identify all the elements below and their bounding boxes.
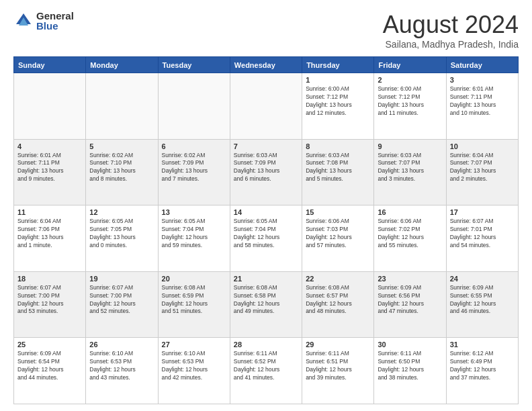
day-info: Sunrise: 6:02 AM Sunset: 7:10 PM Dayligh… <box>89 152 154 184</box>
table-row: 20Sunrise: 6:08 AM Sunset: 6:59 PM Dayli… <box>158 271 230 338</box>
table-row: 17Sunrise: 6:07 AM Sunset: 7:01 PM Dayli… <box>446 205 518 272</box>
day-number: 11 <box>17 208 82 216</box>
table-row: 22Sunrise: 6:08 AM Sunset: 6:57 PM Dayli… <box>302 271 374 338</box>
day-info: Sunrise: 6:03 AM Sunset: 7:08 PM Dayligh… <box>306 152 370 184</box>
table-row: 11Sunrise: 6:04 AM Sunset: 7:06 PM Dayli… <box>14 205 86 272</box>
table-row: 24Sunrise: 6:09 AM Sunset: 6:55 PM Dayli… <box>446 271 518 338</box>
calendar-week-row: 18Sunrise: 6:07 AM Sunset: 7:00 PM Dayli… <box>14 271 519 338</box>
header-monday: Monday <box>86 57 158 73</box>
calendar-table: Sunday Monday Tuesday Wednesday Thursday… <box>13 56 519 404</box>
table-row: 25Sunrise: 6:09 AM Sunset: 6:54 PM Dayli… <box>14 338 86 404</box>
header-thursday: Thursday <box>302 57 374 73</box>
weekday-header-row: Sunday Monday Tuesday Wednesday Thursday… <box>14 57 519 73</box>
table-row: 9Sunrise: 6:03 AM Sunset: 7:07 PM Daylig… <box>374 139 446 205</box>
day-info: Sunrise: 6:03 AM Sunset: 7:09 PM Dayligh… <box>234 152 298 184</box>
logo-general-label: General <box>36 11 74 21</box>
day-info: Sunrise: 6:09 AM Sunset: 6:55 PM Dayligh… <box>450 284 515 316</box>
day-number: 18 <box>17 275 82 283</box>
table-row: 16Sunrise: 6:06 AM Sunset: 7:02 PM Dayli… <box>374 205 446 272</box>
day-info: Sunrise: 6:10 AM Sunset: 6:53 PM Dayligh… <box>162 350 226 382</box>
day-info: Sunrise: 6:11 AM Sunset: 6:52 PM Dayligh… <box>234 350 298 382</box>
table-row: 30Sunrise: 6:11 AM Sunset: 6:50 PM Dayli… <box>374 338 446 404</box>
logo-text: General Blue <box>36 11 74 31</box>
day-number: 14 <box>234 208 298 216</box>
header-saturday: Saturday <box>446 57 518 73</box>
table-row: 28Sunrise: 6:11 AM Sunset: 6:52 PM Dayli… <box>230 338 302 404</box>
day-info: Sunrise: 6:07 AM Sunset: 7:00 PM Dayligh… <box>89 284 154 316</box>
table-row: 27Sunrise: 6:10 AM Sunset: 6:53 PM Dayli… <box>158 338 230 404</box>
logo-icon <box>13 11 34 31</box>
calendar-week-row: 4Sunrise: 6:01 AM Sunset: 7:11 PM Daylig… <box>14 139 519 205</box>
day-number: 8 <box>306 142 370 150</box>
day-info: Sunrise: 6:03 AM Sunset: 7:07 PM Dayligh… <box>378 152 442 184</box>
logo-blue-label: Blue <box>36 21 74 31</box>
table-row: 12Sunrise: 6:05 AM Sunset: 7:05 PM Dayli… <box>86 205 158 272</box>
table-row: 18Sunrise: 6:07 AM Sunset: 7:00 PM Dayli… <box>14 271 86 338</box>
day-info: Sunrise: 6:01 AM Sunset: 7:11 PM Dayligh… <box>450 85 515 118</box>
header-sunday: Sunday <box>14 57 86 73</box>
header-wednesday: Wednesday <box>230 57 302 73</box>
table-row: 10Sunrise: 6:04 AM Sunset: 7:07 PM Dayli… <box>446 139 518 205</box>
day-number: 26 <box>89 340 154 349</box>
table-row: 23Sunrise: 6:09 AM Sunset: 6:56 PM Dayli… <box>374 271 446 338</box>
table-row: 1Sunrise: 6:00 AM Sunset: 7:12 PM Daylig… <box>302 73 374 140</box>
day-info: Sunrise: 6:05 AM Sunset: 7:04 PM Dayligh… <box>234 218 298 250</box>
title-block: August 2024 Sailana, Madhya Pradesh, Ind… <box>383 11 519 50</box>
day-number: 19 <box>89 275 154 283</box>
day-number: 30 <box>378 340 442 349</box>
day-number: 25 <box>17 340 82 349</box>
day-info: Sunrise: 6:11 AM Sunset: 6:51 PM Dayligh… <box>306 350 370 382</box>
day-number: 31 <box>450 340 515 349</box>
day-number: 27 <box>162 340 226 349</box>
logo: General Blue <box>13 11 74 31</box>
table-row: 13Sunrise: 6:05 AM Sunset: 7:04 PM Dayli… <box>158 205 230 272</box>
day-info: Sunrise: 6:08 AM Sunset: 6:58 PM Dayligh… <box>234 284 298 316</box>
table-row <box>230 73 302 140</box>
day-info: Sunrise: 6:10 AM Sunset: 6:53 PM Dayligh… <box>89 350 154 382</box>
day-number: 1 <box>306 76 370 84</box>
day-number: 10 <box>450 142 515 150</box>
day-info: Sunrise: 6:11 AM Sunset: 6:50 PM Dayligh… <box>378 350 442 382</box>
day-info: Sunrise: 6:02 AM Sunset: 7:09 PM Dayligh… <box>162 152 226 184</box>
header-friday: Friday <box>374 57 446 73</box>
table-row: 2Sunrise: 6:00 AM Sunset: 7:12 PM Daylig… <box>374 73 446 140</box>
table-row: 26Sunrise: 6:10 AM Sunset: 6:53 PM Dayli… <box>86 338 158 404</box>
day-number: 2 <box>378 76 442 84</box>
table-row: 31Sunrise: 6:12 AM Sunset: 6:49 PM Dayli… <box>446 338 518 404</box>
day-number: 17 <box>450 208 515 216</box>
table-row: 4Sunrise: 6:01 AM Sunset: 7:11 PM Daylig… <box>14 139 86 205</box>
table-row <box>158 73 230 140</box>
day-number: 4 <box>17 142 82 150</box>
table-row: 19Sunrise: 6:07 AM Sunset: 7:00 PM Dayli… <box>86 271 158 338</box>
day-info: Sunrise: 6:01 AM Sunset: 7:11 PM Dayligh… <box>17 152 82 184</box>
day-info: Sunrise: 6:12 AM Sunset: 6:49 PM Dayligh… <box>450 350 515 382</box>
month-title: August 2024 <box>383 11 519 39</box>
day-number: 12 <box>89 208 154 216</box>
day-info: Sunrise: 6:07 AM Sunset: 7:01 PM Dayligh… <box>450 218 515 250</box>
location-subtitle: Sailana, Madhya Pradesh, India <box>383 39 519 50</box>
day-info: Sunrise: 6:04 AM Sunset: 7:06 PM Dayligh… <box>17 218 82 250</box>
day-number: 20 <box>162 275 226 283</box>
table-row: 15Sunrise: 6:06 AM Sunset: 7:03 PM Dayli… <box>302 205 374 272</box>
table-row: 29Sunrise: 6:11 AM Sunset: 6:51 PM Dayli… <box>302 338 374 404</box>
day-info: Sunrise: 6:07 AM Sunset: 7:00 PM Dayligh… <box>17 284 82 316</box>
day-number: 16 <box>378 208 442 216</box>
day-info: Sunrise: 6:06 AM Sunset: 7:02 PM Dayligh… <box>378 218 442 250</box>
day-info: Sunrise: 6:08 AM Sunset: 6:59 PM Dayligh… <box>162 284 226 316</box>
day-number: 9 <box>378 142 442 150</box>
day-info: Sunrise: 6:08 AM Sunset: 6:57 PM Dayligh… <box>306 284 370 316</box>
day-number: 6 <box>162 142 226 150</box>
day-info: Sunrise: 6:06 AM Sunset: 7:03 PM Dayligh… <box>306 218 370 250</box>
day-number: 29 <box>306 340 370 349</box>
table-row: 21Sunrise: 6:08 AM Sunset: 6:58 PM Dayli… <box>230 271 302 338</box>
calendar-week-row: 25Sunrise: 6:09 AM Sunset: 6:54 PM Dayli… <box>14 338 519 404</box>
day-number: 5 <box>89 142 154 150</box>
header: General Blue August 2024 Sailana, Madhya… <box>13 11 519 50</box>
day-number: 22 <box>306 275 370 283</box>
day-number: 3 <box>450 76 515 84</box>
day-info: Sunrise: 6:09 AM Sunset: 6:54 PM Dayligh… <box>17 350 82 382</box>
day-info: Sunrise: 6:04 AM Sunset: 7:07 PM Dayligh… <box>450 152 515 184</box>
day-number: 23 <box>378 275 442 283</box>
calendar-week-row: 1Sunrise: 6:00 AM Sunset: 7:12 PM Daylig… <box>14 73 519 140</box>
day-info: Sunrise: 6:05 AM Sunset: 7:04 PM Dayligh… <box>162 218 226 250</box>
